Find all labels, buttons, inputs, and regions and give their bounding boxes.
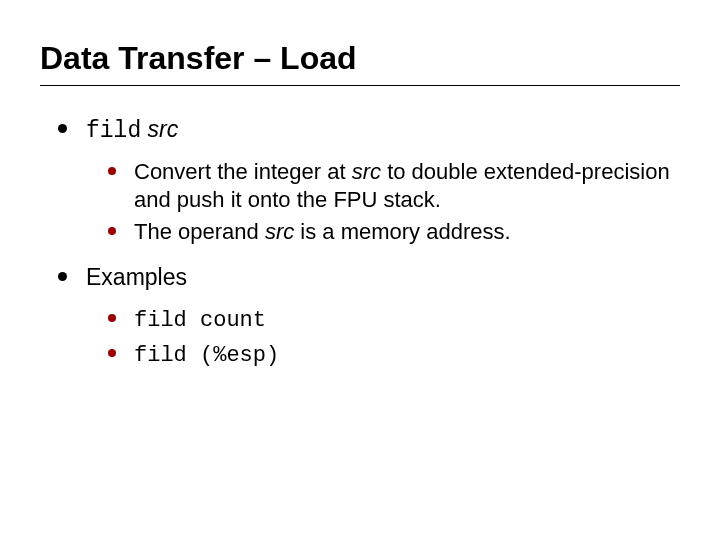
text: is a memory address. bbox=[294, 219, 510, 244]
list-item: fild src Convert the integer at src to d… bbox=[58, 116, 680, 246]
code-text: fild count bbox=[134, 308, 266, 333]
text: Convert the integer at bbox=[134, 159, 352, 184]
list-item-label: fild src bbox=[86, 116, 178, 142]
list-item: fild count bbox=[108, 305, 680, 335]
list-item: fild (%esp) bbox=[108, 340, 680, 370]
code-text: fild bbox=[86, 118, 141, 144]
title-divider bbox=[40, 85, 680, 86]
list-item: The operand src is a memory address. bbox=[108, 218, 680, 246]
text: The operand bbox=[134, 219, 265, 244]
italic-text: src bbox=[141, 116, 178, 142]
list-item-label: Examples bbox=[86, 264, 187, 290]
bullet-list-level2: Convert the integer at src to double ext… bbox=[86, 158, 680, 246]
bullet-list-level1: fild src Convert the integer at src to d… bbox=[40, 116, 680, 370]
bullet-list-level2: fild count fild (%esp) bbox=[86, 305, 680, 369]
italic-text: src bbox=[265, 219, 294, 244]
list-item: Examples fild count fild (%esp) bbox=[58, 264, 680, 369]
italic-text: src bbox=[352, 159, 381, 184]
list-item: Convert the integer at src to double ext… bbox=[108, 158, 680, 214]
code-text: fild (%esp) bbox=[134, 343, 279, 368]
slide-title: Data Transfer – Load bbox=[40, 40, 680, 77]
